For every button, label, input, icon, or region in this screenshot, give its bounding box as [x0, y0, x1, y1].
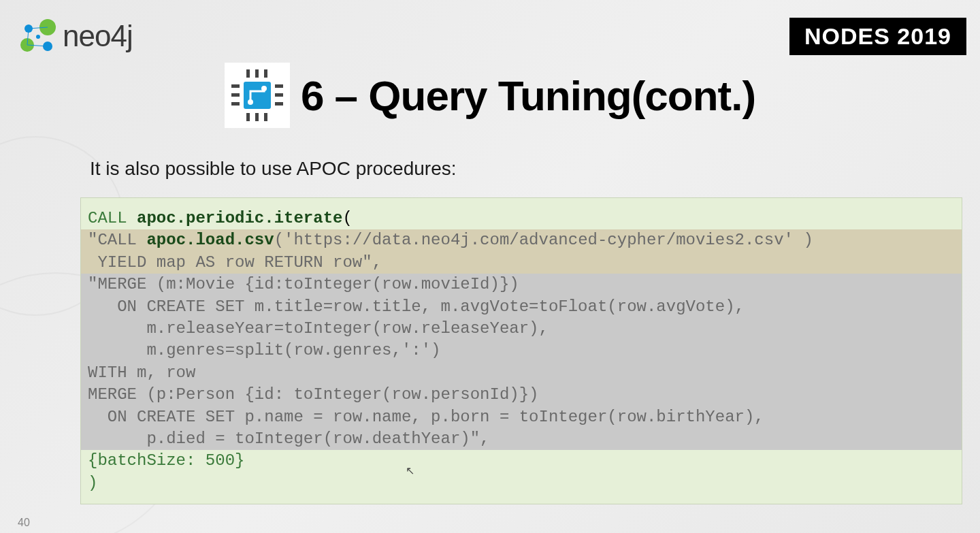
code-line-12: {batchSize: 500} [88, 451, 244, 470]
code-line-7: m.genres=split(row.genres,':') [88, 341, 440, 359]
code-line-9: MERGE (p:Person {id: toInteger(row.perso… [88, 385, 539, 404]
code-line-13: ) [88, 474, 97, 492]
svg-rect-13 [264, 69, 267, 78]
code-line-5: ON CREATE SET m.title=row.title, m.avgVo… [88, 297, 745, 316]
svg-rect-12 [255, 69, 259, 78]
slide-title: 6 – Query Tuning(cont.) [301, 71, 755, 120]
code-line-8: WITH m, row [88, 364, 195, 382]
svg-rect-17 [231, 84, 240, 88]
code-line-2a: "CALL [88, 231, 146, 249]
neo4j-logo: neo4j [19, 18, 133, 54]
code-line-1a: CALL [88, 209, 137, 227]
svg-point-4 [36, 35, 40, 39]
page-number: 40 [18, 517, 30, 529]
intro-text: It is also possible to use APOC procedur… [90, 158, 457, 180]
code-line-2c: ('https://data.neo4j.com/advanced-cypher… [274, 231, 813, 249]
code-line-1b: apoc.periodic.iterate [137, 209, 342, 227]
code-line-4: "MERGE (m:Movie {id:toInteger(row.movieI… [88, 275, 519, 293]
code-line-10: ON CREATE SET p.name = row.name, p.born … [88, 408, 764, 426]
code-line-2b: apoc.load.csv [146, 231, 274, 249]
slide-title-row: 6 – Query Tuning(cont.) [0, 63, 980, 128]
svg-rect-21 [275, 93, 283, 97]
svg-rect-18 [231, 93, 240, 97]
svg-rect-14 [246, 113, 250, 121]
code-line-1c: ( [342, 209, 352, 227]
code-line-11: p.died = toInteger(row.deathYear)", [88, 430, 490, 448]
code-block: CALL apoc.periodic.iterate( "CALL apoc.l… [80, 197, 962, 504]
event-badge: NODES 2019 [789, 18, 966, 55]
svg-rect-19 [231, 102, 240, 106]
neo4j-logo-icon [19, 18, 59, 54]
svg-rect-22 [275, 102, 283, 106]
code-line-3: YIELD map AS row RETURN row", [88, 253, 382, 272]
neo4j-logo-text: neo4j [63, 19, 133, 53]
svg-rect-16 [264, 113, 267, 121]
svg-rect-20 [275, 84, 283, 88]
svg-rect-11 [246, 69, 250, 78]
svg-rect-15 [255, 113, 259, 121]
chip-icon [225, 63, 290, 128]
code-line-6: m.releaseYear=toInteger(row.releaseYear)… [88, 319, 549, 338]
svg-rect-8 [244, 82, 271, 109]
